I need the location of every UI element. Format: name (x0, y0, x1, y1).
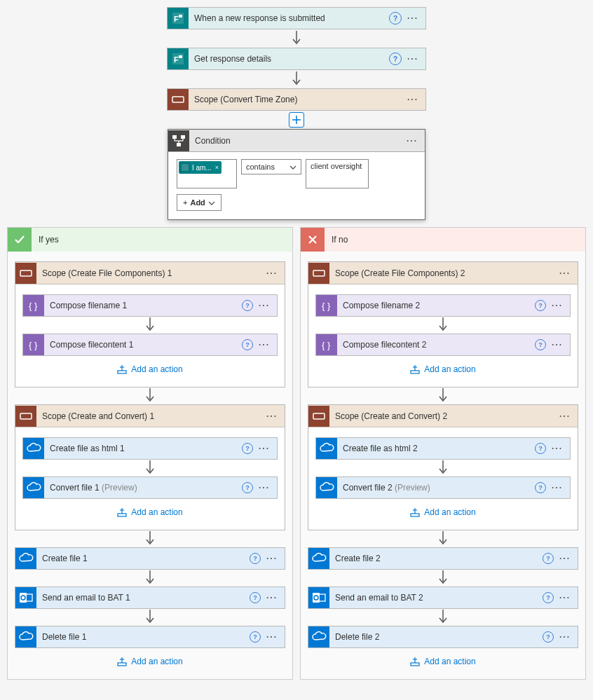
chevron-down-icon (289, 163, 296, 171)
menu-icon[interactable]: ··· (407, 54, 418, 64)
create-file-html-1[interactable]: Create file as html 1 ? ··· (22, 437, 278, 460)
get-details-card[interactable]: Get response details ? ··· (167, 48, 426, 70)
action-title: Compose filename 1 (44, 301, 242, 310)
add-action-button[interactable]: Add an action (117, 507, 182, 517)
help-icon[interactable]: ? (389, 12, 402, 25)
action-title: Create file as html 1 (44, 444, 242, 453)
menu-icon[interactable]: ··· (259, 483, 270, 493)
help-icon[interactable]: ? (389, 53, 402, 65)
scope-icon (308, 406, 329, 427)
scope-create-and-convert-2[interactable]: Scope (Create and Convert) 2 ··· Create … (308, 404, 578, 530)
arrow-down-icon (146, 610, 154, 624)
menu-icon[interactable]: ··· (552, 340, 563, 350)
scope-convert-tz[interactable]: Scope (Convert Time Zone) ··· (167, 88, 426, 111)
menu-icon[interactable]: ··· (266, 411, 278, 421)
menu-icon[interactable]: ··· (266, 593, 278, 603)
trigger-card[interactable]: When a new response is submitted ? ··· (167, 7, 426, 29)
create-file-1[interactable]: Create file 1 ? ··· (15, 547, 285, 570)
menu-icon[interactable]: ··· (559, 411, 571, 421)
action-title: Compose filecontent 1 (44, 340, 242, 350)
arrow-down-icon (439, 389, 447, 403)
insert-step-button[interactable] (289, 112, 304, 128)
menu-icon[interactable]: ··· (259, 340, 270, 350)
add-action-button[interactable]: Add an action (117, 364, 182, 374)
create-file-html-2[interactable]: Create file as html 2 ? ··· (315, 437, 571, 460)
delete-file-1[interactable]: Delete file 1 ? ··· (15, 626, 285, 648)
menu-icon[interactable]: ··· (266, 268, 278, 278)
outlook-icon (308, 587, 329, 608)
menu-icon[interactable]: ··· (407, 95, 418, 104)
help-icon[interactable]: ? (535, 339, 546, 350)
menu-icon[interactable]: ··· (559, 268, 571, 278)
help-icon[interactable]: ? (242, 339, 253, 350)
send-email-1[interactable]: Send an email to BAT 1 ? ··· (15, 586, 285, 609)
compose-filecontent-2[interactable]: Compose filecontent 2 ? ··· (315, 334, 571, 356)
action-title: Send an email to BAT 2 (329, 593, 543, 603)
scope-icon (168, 89, 189, 110)
help-icon[interactable]: ? (250, 592, 261, 603)
menu-icon[interactable]: ··· (552, 483, 563, 493)
help-icon[interactable]: ? (250, 553, 261, 564)
help-icon[interactable]: ? (543, 592, 554, 603)
menu-icon[interactable]: ··· (407, 13, 418, 23)
help-icon[interactable]: ? (535, 443, 546, 454)
help-icon[interactable]: ? (242, 443, 253, 454)
condition-card[interactable]: Condition ··· I am... × contains (168, 129, 425, 220)
help-icon[interactable]: ? (535, 300, 546, 311)
menu-icon[interactable]: ··· (259, 444, 270, 453)
dynamic-token[interactable]: I am... × (179, 161, 221, 174)
menu-icon[interactable]: ··· (559, 554, 571, 563)
scope2-title: Scope (Create and Convert) 1 (36, 411, 266, 421)
arrow-down-icon (146, 318, 154, 332)
menu-icon[interactable]: ··· (259, 301, 270, 310)
compose-filecontent-1[interactable]: Compose filecontent 1 ? ··· (22, 334, 278, 356)
compose-filename-1[interactable]: Compose filename 1 ? ··· (22, 294, 278, 317)
condition-left-input[interactable]: I am... × (177, 159, 237, 188)
send-email-2[interactable]: Send an email to BAT 2 ? ··· (308, 586, 578, 609)
add-action-button[interactable]: Add an action (117, 657, 182, 666)
compose-icon (23, 334, 44, 355)
remove-token-icon[interactable]: × (215, 164, 219, 171)
add-action-label: Add an action (131, 657, 182, 666)
scope-create-file-components-1[interactable]: Scope (Create File Components) 1 ··· Com… (15, 261, 285, 387)
scope-icon (15, 406, 36, 427)
menu-icon[interactable]: ··· (552, 444, 563, 453)
arrow-down-icon (439, 532, 447, 546)
help-icon[interactable]: ? (242, 482, 253, 493)
convert-file-1[interactable]: Convert file 1 (Preview) ? ··· (22, 476, 278, 499)
help-icon[interactable]: ? (250, 631, 261, 643)
menu-icon[interactable]: ··· (559, 632, 571, 642)
branch-yes: If yes Scope (Create File Components) 1 … (7, 227, 293, 680)
condition-operator-select[interactable]: contains (241, 159, 301, 174)
help-icon[interactable]: ? (535, 482, 546, 493)
menu-icon[interactable]: ··· (407, 136, 418, 146)
add-action-button[interactable]: Add an action (410, 507, 475, 517)
cloud-icon (316, 438, 337, 459)
svg-rect-23 (182, 164, 189, 171)
delete-file-2[interactable]: Delete file 2 ? ··· (308, 626, 578, 648)
add-action-button[interactable]: Add an action (410, 364, 475, 374)
action-title: Create file 2 (329, 554, 543, 563)
action-title: Compose filename 2 (337, 301, 535, 310)
scope-create-and-convert-1[interactable]: Scope (Create and Convert) 1 ··· Create … (15, 404, 285, 530)
help-icon[interactable]: ? (242, 300, 253, 311)
convert-file-2[interactable]: Convert file 2 (Preview) ? ··· (315, 476, 571, 499)
menu-icon[interactable]: ··· (559, 593, 571, 603)
scope2-title: Scope (Create and Convert) 2 (329, 411, 559, 421)
cloud-icon (308, 626, 329, 647)
create-file-2[interactable]: Create file 2 ? ··· (308, 547, 578, 570)
action-title: Convert file 1 (Preview) (44, 483, 242, 493)
condition-add-button[interactable]: + Add (177, 194, 221, 211)
compose-filename-2[interactable]: Compose filename 2 ? ··· (315, 294, 571, 317)
menu-icon[interactable]: ··· (266, 632, 278, 642)
menu-icon[interactable]: ··· (266, 554, 278, 563)
scope-create-file-components-2[interactable]: Scope (Create File Components) 2 ··· Com… (308, 261, 578, 387)
get-details-title: Get response details (189, 54, 389, 64)
help-icon[interactable]: ? (543, 631, 554, 643)
condition-value-input[interactable]: client oversight (306, 159, 369, 188)
help-icon[interactable]: ? (543, 553, 554, 564)
forms-icon (180, 163, 190, 172)
add-action-button[interactable]: Add an action (410, 657, 475, 666)
menu-icon[interactable]: ··· (552, 301, 563, 310)
add-action-label: Add an action (131, 507, 182, 517)
